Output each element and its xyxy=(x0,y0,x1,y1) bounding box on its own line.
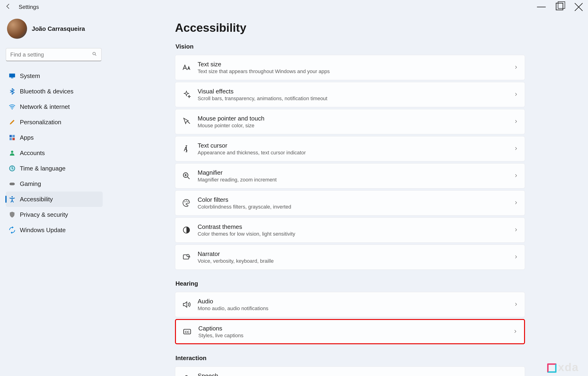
setting-card-contrast[interactable]: Contrast themesColor themes for low visi… xyxy=(175,217,525,243)
text-cursor-icon xyxy=(182,144,191,154)
svg-point-2 xyxy=(93,52,95,55)
nav-item-label: Accessibility xyxy=(20,196,53,203)
main-content: Accessibility VisionText sizeText size t… xyxy=(105,14,588,376)
cc-icon: CC xyxy=(182,327,192,336)
search-icon xyxy=(92,51,97,58)
nav-item-label: Personalization xyxy=(20,119,61,126)
nav-item-accounts[interactable]: Accounts xyxy=(6,145,103,161)
wifi-icon xyxy=(9,103,16,110)
sidebar: João Carrasqueira SystemBluetooth & devi… xyxy=(0,14,105,376)
card-description: Appearance and thickness, text cursor in… xyxy=(198,150,514,156)
search-input[interactable] xyxy=(10,51,92,58)
card-description: Styles, live captions xyxy=(198,332,513,339)
nav-item-label: Accounts xyxy=(20,149,45,157)
card-title: Visual effects xyxy=(198,88,514,95)
card-title: Text cursor xyxy=(198,142,514,149)
svg-point-13 xyxy=(11,196,13,198)
card-title: Audio xyxy=(198,298,514,305)
setting-card-speech[interactable]: SpeechVoice access, voice typing, Window… xyxy=(175,366,525,376)
nav-item-system[interactable]: System xyxy=(6,68,103,84)
window-title: Settings xyxy=(19,4,39,10)
svg-rect-1 xyxy=(558,2,565,8)
minimize-button[interactable] xyxy=(532,1,551,13)
card-description: Color themes for low vision, light sensi… xyxy=(198,231,514,237)
search-box[interactable] xyxy=(6,48,102,61)
chevron-right-icon xyxy=(514,172,518,180)
sparkle-icon xyxy=(182,90,191,99)
card-title: Contrast themes xyxy=(198,223,514,231)
chevron-right-icon xyxy=(514,64,518,71)
accessibility-icon xyxy=(9,196,16,203)
chevron-right-icon xyxy=(514,145,518,153)
svg-rect-4 xyxy=(11,78,13,78)
svg-rect-7 xyxy=(12,135,15,137)
back-button[interactable] xyxy=(5,3,12,11)
contrast-icon xyxy=(182,225,191,235)
bluetooth-icon xyxy=(9,88,16,95)
card-description: Mono audio, audio notifications xyxy=(198,306,514,311)
nav-item-label: Network & internet xyxy=(20,103,70,111)
titlebar: Settings xyxy=(0,0,588,14)
nav-item-privacy[interactable]: Privacy & security xyxy=(6,207,103,222)
nav-item-label: System xyxy=(20,72,40,80)
card-title: Text size xyxy=(198,61,514,68)
card-title: Mouse pointer and touch xyxy=(198,115,514,122)
nav-item-label: Privacy & security xyxy=(20,211,68,218)
svg-text:CC: CC xyxy=(185,330,189,334)
card-title: Narrator xyxy=(198,250,514,258)
setting-card-textsize[interactable]: Text sizeText size that appears througho… xyxy=(175,55,525,80)
svg-point-15 xyxy=(184,201,185,202)
setting-card-magnifier[interactable]: MagnifierMagnifier reading, zoom increme… xyxy=(175,163,525,188)
nav-item-label: Bluetooth & devices xyxy=(20,88,74,95)
page-title: Accessibility xyxy=(175,21,588,34)
magnifier-icon xyxy=(182,171,191,180)
microphone-icon xyxy=(182,374,191,376)
card-description: Voice, verbosity, keyboard, braille xyxy=(198,258,514,264)
svg-point-16 xyxy=(186,201,187,201)
monitor-icon xyxy=(9,72,16,79)
card-description: Text size that appears throughout Window… xyxy=(198,68,514,75)
svg-rect-12 xyxy=(10,183,15,185)
person-icon xyxy=(9,149,16,156)
nav-item-personalization[interactable]: Personalization xyxy=(6,114,103,130)
svg-rect-0 xyxy=(556,3,563,10)
nav-item-label: Apps xyxy=(20,134,34,141)
apps-icon xyxy=(9,134,16,141)
setting-card-mouse[interactable]: Mouse pointer and touchMouse pointer col… xyxy=(175,109,525,134)
user-profile[interactable]: João Carrasqueira xyxy=(6,19,103,39)
card-description: Mouse pointer color, size xyxy=(198,123,514,129)
text-size-icon xyxy=(182,63,191,72)
setting-card-visualfx[interactable]: Visual effectsScroll bars, transparency,… xyxy=(175,82,525,107)
setting-card-captions[interactable]: CCCaptionsStyles, live captions xyxy=(175,319,525,344)
card-description: Magnifier reading, zoom increment xyxy=(198,177,514,183)
avatar xyxy=(7,19,27,39)
clock-globe-icon xyxy=(9,165,16,172)
watermark-logo: xda xyxy=(547,361,579,374)
chevron-right-icon xyxy=(514,227,518,234)
setting-card-narrator[interactable]: NarratorVoice, verbosity, keyboard, brai… xyxy=(175,244,525,270)
svg-point-5 xyxy=(12,109,13,110)
card-title: Speech xyxy=(198,372,514,376)
cursor-icon xyxy=(182,117,191,126)
nav-item-apps[interactable]: Apps xyxy=(6,130,103,145)
setting-card-colorfilters[interactable]: Color filtersColorblindness filters, gra… xyxy=(175,190,525,216)
palette-icon xyxy=(182,198,191,208)
maximize-button[interactable] xyxy=(551,1,569,13)
chevron-right-icon xyxy=(513,328,517,335)
update-icon xyxy=(9,227,16,233)
chevron-right-icon xyxy=(514,301,518,308)
nav-item-bluetooth[interactable]: Bluetooth & devices xyxy=(6,84,103,99)
close-button[interactable] xyxy=(569,1,588,13)
svg-rect-8 xyxy=(10,138,12,140)
nav-item-network[interactable]: Network & internet xyxy=(6,99,103,114)
nav-item-update[interactable]: Windows Update xyxy=(6,222,103,238)
section-header-interaction: Interaction xyxy=(176,354,588,362)
section-header-vision: Vision xyxy=(176,43,588,50)
svg-rect-9 xyxy=(12,138,15,140)
setting-card-textcursor[interactable]: Text cursorAppearance and thickness, tex… xyxy=(175,136,525,161)
nav-item-accessibility[interactable]: Accessibility xyxy=(6,191,103,207)
gamepad-icon xyxy=(9,180,16,187)
nav-item-time[interactable]: Time & language xyxy=(6,161,103,176)
setting-card-audio[interactable]: AudioMono audio, audio notifications xyxy=(175,292,525,317)
nav-item-gaming[interactable]: Gaming xyxy=(6,176,103,191)
